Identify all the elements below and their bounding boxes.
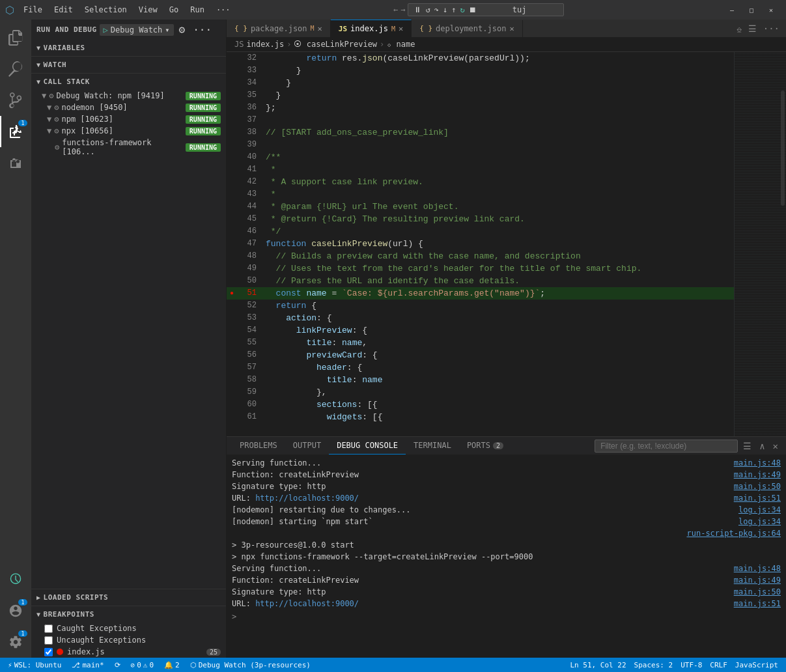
tab-index-js[interactable]: JS index.js M ✕	[331, 20, 412, 37]
debug-controls-step-out[interactable]: ↑	[451, 5, 456, 14]
callstack-section: ▼ CALL STACK ▼ ⚙ Debug Watch: npm [9419]…	[31, 73, 226, 589]
menu-run[interactable]: Run	[185, 4, 210, 16]
editor-main[interactable]: 32 return res.json(caseLinkPreview(parse…	[227, 52, 734, 436]
run-debug-label: RUN AND DEBUG	[36, 25, 97, 34]
menu-more[interactable]: ···	[211, 4, 236, 16]
status-spaces[interactable]: Spaces: 2	[632, 661, 676, 669]
menu-go[interactable]: Go	[164, 4, 184, 16]
line-num-37: 37	[237, 114, 263, 126]
breadcrumb-class[interactable]: ⦿ caseLinkPreview	[294, 40, 377, 49]
debug-controls-restart[interactable]: ↺	[425, 5, 430, 14]
debug-controls-restart2[interactable]: ↻	[460, 5, 464, 14]
activity-extensions[interactable]	[0, 147, 31, 178]
console-link-3[interactable]: main.js:50	[734, 481, 781, 492]
activity-source-control[interactable]	[0, 85, 31, 116]
console-link-4[interactable]: main.js:51	[734, 492, 781, 504]
console-filter-input[interactable]	[595, 440, 738, 453]
line-content-61: widgets: [{	[263, 411, 729, 423]
tab-deployment-json[interactable]: { } deployment.json ✕	[412, 20, 522, 37]
menu-file[interactable]: File	[18, 4, 48, 16]
tab-close-deployment[interactable]: ✕	[509, 24, 514, 33]
code-line-40: 40 /**	[227, 151, 734, 163]
debug-controls-step-over[interactable]: ↷	[434, 5, 439, 14]
debug-gear-btn[interactable]: ⚙	[176, 22, 188, 37]
debug-more-btn[interactable]: ···	[190, 22, 214, 37]
console-output[interactable]: Serving function... main.js:48 Function:…	[227, 455, 786, 658]
debug-controls-step-into[interactable]: ↓	[443, 5, 447, 14]
callstack-item-nodemon[interactable]: ▼ ⚙ nodemon [9450] RUNNING	[31, 102, 226, 113]
console-list-view-btn[interactable]: ☰	[740, 440, 754, 453]
status-cursor[interactable]: Ln 51, Col 22	[567, 661, 628, 669]
debug-config-select[interactable]: ▷ Debug Watch ▾	[100, 24, 174, 36]
breakpoints-header[interactable]: ▼ BREAKPOINTS	[31, 606, 226, 623]
menu-selection[interactable]: Selection	[79, 4, 132, 16]
window-close-btn[interactable]: ✕	[761, 4, 781, 16]
console-link-2[interactable]: main.js:49	[734, 469, 781, 481]
bp-caught-checkbox[interactable]	[44, 624, 53, 633]
status-problems[interactable]: ⊘ 0 ⚠ 0	[128, 661, 157, 669]
breadcrumb-member[interactable]: ⬦ name	[387, 40, 415, 49]
toggle-panel-btn[interactable]: ☰	[747, 22, 758, 35]
tab-package-json[interactable]: { } package.json M ✕	[227, 20, 331, 37]
split-editor-btn[interactable]: ⎒	[735, 22, 743, 35]
activity-run-debug[interactable]: 1	[0, 116, 31, 147]
breadcrumb-file[interactable]: JS	[234, 40, 244, 49]
debug-controls-stop[interactable]: ⏹	[469, 5, 477, 14]
variables-header[interactable]: ▼ VARIABLES	[31, 40, 226, 56]
more-actions-btn[interactable]: ···	[762, 22, 781, 35]
tab-problems[interactable]: PROBLEMS	[232, 437, 285, 455]
callstack-header[interactable]: ▼ CALL STACK	[31, 73, 226, 90]
tab-ports[interactable]: PORTS2	[459, 437, 511, 455]
menu-edit[interactable]: Edit	[49, 4, 78, 16]
activity-accounts[interactable]: 1	[0, 595, 31, 626]
activity-explorer[interactable]	[0, 22, 31, 53]
tab-output[interactable]: OUTPUT	[285, 437, 329, 455]
console-collapse-btn[interactable]: ∧	[757, 440, 767, 453]
tab-close-package[interactable]: ✕	[318, 24, 322, 33]
console-link-7[interactable]: run-script-pkg.js:64	[687, 527, 781, 539]
status-git-branch[interactable]: ⎇ main*	[69, 661, 106, 669]
status-line-endings[interactable]: CRLF	[707, 661, 730, 669]
tab-close-index[interactable]: ✕	[399, 24, 403, 33]
status-encoding[interactable]: UTF-8	[678, 661, 705, 669]
console-link-12[interactable]: main.js:49	[734, 574, 781, 586]
debug-controls-pause[interactable]: ⏸	[414, 5, 421, 14]
nav-forward-btn[interactable]: →	[400, 5, 405, 14]
console-close-btn[interactable]: ✕	[770, 440, 781, 453]
callstack-item-npm[interactable]: ▼ ⚙ npm [10623] RUNNING	[31, 113, 226, 125]
console-link-6[interactable]: log.js:34	[738, 516, 781, 527]
menu-view[interactable]: View	[133, 4, 163, 16]
window-maximize-btn[interactable]: □	[742, 4, 761, 16]
console-link-14[interactable]: main.js:51	[734, 598, 781, 609]
bp-indexjs-checkbox[interactable]	[44, 648, 53, 656]
status-wsl[interactable]: ⚡ WSL: Ubuntu	[5, 661, 64, 669]
console-link-13[interactable]: main.js:50	[734, 586, 781, 598]
breadcrumb-filename[interactable]: index.js	[246, 40, 284, 49]
line-num-55: 55	[237, 337, 263, 349]
console-link-1[interactable]: main.js:48	[734, 457, 781, 469]
status-notifications[interactable]: 🔔 2	[161, 661, 182, 669]
console-input[interactable]	[240, 612, 781, 621]
tab-debug-console[interactable]: DEBUG CONSOLE	[329, 437, 406, 455]
activity-remote-explorer[interactable]	[0, 564, 31, 595]
minimap-scrollbar[interactable]	[781, 91, 785, 206]
callstack-item-npx[interactable]: ▼ ⚙ npx [10656] RUNNING	[31, 125, 226, 137]
console-link-5[interactable]: log.js:34	[738, 504, 781, 516]
callstack-item-functions-framework[interactable]: ⚙ functions-framework [106... RUNNING	[31, 137, 226, 158]
status-sync[interactable]: ⟳	[112, 661, 123, 669]
console-link-11[interactable]: main.js:48	[734, 563, 781, 574]
window-minimize-btn[interactable]: —	[722, 4, 742, 16]
bp-uncaught-checkbox[interactable]	[44, 636, 53, 645]
tab-label-index: index.js	[350, 24, 388, 33]
tab-terminal[interactable]: TERMINAL	[406, 437, 459, 455]
callstack-item-debug-watch[interactable]: ▼ ⚙ Debug Watch: npm [9419] RUNNING	[31, 90, 226, 102]
line-content-57: header: {	[263, 361, 729, 374]
status-debug[interactable]: ⬡ Debug Watch (3p-resources)	[188, 661, 313, 669]
watch-header[interactable]: ▼ WATCH	[31, 56, 226, 73]
line-content-58: title: name	[263, 374, 729, 386]
activity-settings[interactable]: 1	[0, 626, 31, 658]
activity-search[interactable]	[0, 53, 31, 85]
status-language[interactable]: JavaScript	[733, 661, 781, 669]
loaded-scripts-header[interactable]: ▶ LOADED SCRIPTS	[31, 589, 226, 606]
nav-back-btn[interactable]: ←	[393, 5, 398, 14]
